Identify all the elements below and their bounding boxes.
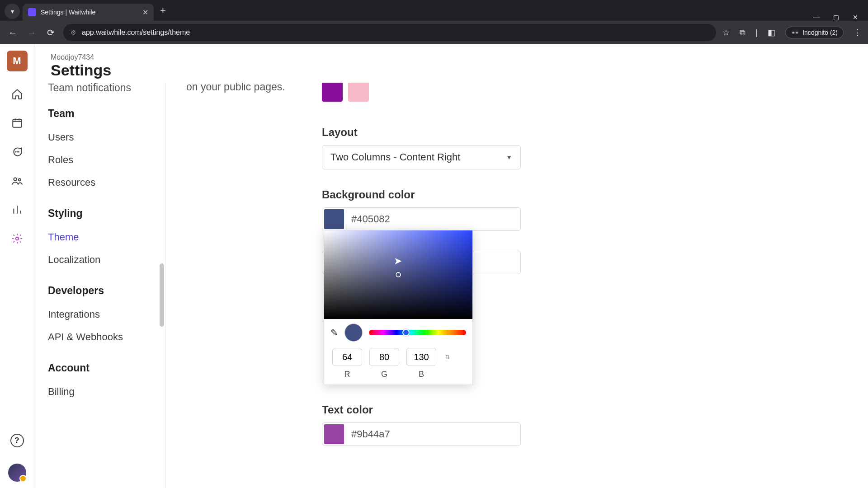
browser-chrome: ▾ Settings | Waitwhile ✕ + — ▢ ✕ ← → ⟳ ⚙… [0, 0, 868, 44]
background-color-input[interactable]: #405082 [322, 207, 521, 231]
chat-icon[interactable] [11, 145, 24, 158]
r-label: R [332, 370, 362, 379]
maximize-icon[interactable]: ▢ [833, 14, 839, 21]
sidebar-item-api-webhooks[interactable]: API & Webhooks [48, 326, 159, 348]
theme-form: on your public pages. Layout Two Columns… [165, 83, 868, 488]
sidebar-group-account: Account [48, 362, 159, 374]
sidebar-item-resources[interactable]: Resources [48, 171, 159, 194]
hue-slider[interactable] [369, 330, 466, 335]
sidebar-item-localization[interactable]: Localization [48, 249, 159, 271]
background-color-label: Background color [322, 188, 521, 201]
svg-point-1 [15, 151, 16, 152]
url-input[interactable]: ⚙ app.waitwhile.com/settings/theme [63, 24, 716, 41]
sidebar-item-team-notifications[interactable]: Team notifications [48, 83, 159, 94]
eyedropper-icon[interactable]: ✎ [330, 327, 338, 338]
settings-sidebar[interactable]: Team notifications Team Users Roles Reso… [34, 83, 165, 488]
sidebar-item-users[interactable]: Users [48, 126, 159, 149]
calendar-icon[interactable] [11, 117, 24, 129]
svg-point-5 [18, 178, 20, 181]
sidebar-item-theme[interactable]: Theme [48, 226, 159, 249]
b-label: B [406, 370, 436, 379]
b-input[interactable] [406, 348, 436, 366]
text-color-field: Text color #9b44a7 [322, 404, 521, 446]
current-color-swatch [344, 324, 363, 342]
svg-rect-0 [13, 119, 22, 127]
svg-point-3 [18, 151, 19, 152]
site-info-icon[interactable]: ⚙ [71, 29, 76, 36]
user-avatar[interactable] [8, 464, 26, 482]
background-color-value: #405082 [351, 213, 390, 225]
incognito-label: Incognito (2) [802, 29, 838, 36]
content-wrapper: Moodjoy7434 Settings Team notifications … [34, 44, 868, 488]
svg-point-2 [17, 151, 17, 152]
tab-search-button[interactable]: ▾ [5, 4, 20, 19]
back-button[interactable]: ← [6, 26, 19, 39]
color-mode-toggle[interactable]: ⇅ [445, 354, 450, 360]
sidebar-item-roles[interactable]: Roles [48, 149, 159, 171]
page-header: Moodjoy7434 Settings [34, 44, 868, 83]
browser-tab[interactable]: Settings | Waitwhile ✕ [23, 4, 154, 21]
text-color-label: Text color [322, 404, 521, 416]
tab-strip: ▾ Settings | Waitwhile ✕ + — ▢ ✕ [0, 0, 868, 21]
incognito-indicator[interactable]: 👓 Incognito (2) [785, 27, 844, 38]
workspace-avatar[interactable]: M [7, 51, 28, 71]
close-window-icon[interactable]: ✕ [853, 14, 858, 21]
r-input[interactable] [332, 348, 362, 366]
help-icon[interactable]: ? [10, 434, 24, 447]
people-icon[interactable] [11, 174, 24, 187]
analytics-icon[interactable] [11, 203, 24, 216]
background-color-field: Background color #405082 [322, 188, 521, 231]
tab-close-icon[interactable]: ✕ [142, 8, 148, 17]
bookmark-icon[interactable]: ☆ [722, 28, 730, 38]
home-icon[interactable] [11, 88, 24, 100]
background-color-chip[interactable] [324, 209, 344, 229]
url-text: app.waitwhile.com/settings/theme [82, 28, 190, 37]
forward-button[interactable]: → [25, 26, 38, 39]
svg-point-6 [15, 237, 19, 240]
brand-color-swatches [322, 83, 369, 102]
tab-title: Settings | Waitwhile [41, 9, 138, 16]
text-color-input[interactable]: #9b44a7 [322, 422, 521, 446]
layout-select-value: Two Columns - Content Right [330, 151, 460, 163]
sidebar-group-styling: Styling [48, 207, 159, 220]
sidebar-group-developers: Developers [48, 285, 159, 297]
sidebar-item-billing[interactable]: Billing [48, 380, 159, 403]
settings-icon[interactable] [11, 232, 24, 245]
g-input[interactable] [369, 348, 399, 366]
sidepanel-icon[interactable]: ◧ [768, 28, 775, 38]
extensions-icon[interactable]: ⧉ [740, 28, 745, 38]
incognito-icon: 👓 [791, 29, 799, 36]
g-label: G [369, 370, 399, 379]
layout-label: Layout [322, 126, 521, 139]
brand-color-swatch-2[interactable] [348, 83, 369, 102]
saturation-value-area[interactable]: ➤ [324, 230, 472, 319]
kebab-menu-icon[interactable]: ⋮ [854, 28, 862, 38]
reload-button[interactable]: ⟳ [44, 26, 57, 39]
address-bar: ← → ⟳ ⚙ app.waitwhile.com/settings/theme… [0, 21, 868, 44]
layout-field: Layout Two Columns - Content Right ▼ [322, 126, 521, 169]
new-tab-button[interactable]: + [160, 5, 166, 16]
hue-slider-handle[interactable] [402, 329, 410, 336]
brand-color-swatch-1[interactable] [322, 83, 343, 102]
favicon-icon [28, 8, 36, 16]
app-root: M ? Moodjoy7434 Settings Team notificati… [0, 44, 868, 488]
divider: | [755, 28, 758, 38]
color-picker-popover: ➤ ✎ ⇅ [324, 230, 473, 385]
scrollbar-thumb[interactable] [160, 263, 164, 327]
sidebar-group-team: Team [48, 108, 159, 120]
layout-select[interactable]: Two Columns - Content Right ▼ [322, 145, 521, 169]
page-title: Settings [51, 61, 852, 79]
svg-point-4 [14, 178, 17, 181]
window-controls: — ▢ ✕ [813, 9, 868, 21]
nav-rail: M ? [0, 44, 34, 488]
sv-cursor[interactable] [396, 272, 401, 277]
mouse-pointer-icon: ➤ [394, 255, 400, 264]
section-description: on your public pages. [186, 83, 317, 93]
text-color-value: #9b44a7 [351, 428, 390, 440]
text-color-chip[interactable] [324, 424, 344, 444]
sidebar-item-integrations[interactable]: Integrations [48, 303, 159, 326]
breadcrumb[interactable]: Moodjoy7434 [51, 53, 852, 61]
minimize-icon[interactable]: — [813, 14, 820, 21]
chevron-down-icon: ▼ [506, 154, 512, 161]
